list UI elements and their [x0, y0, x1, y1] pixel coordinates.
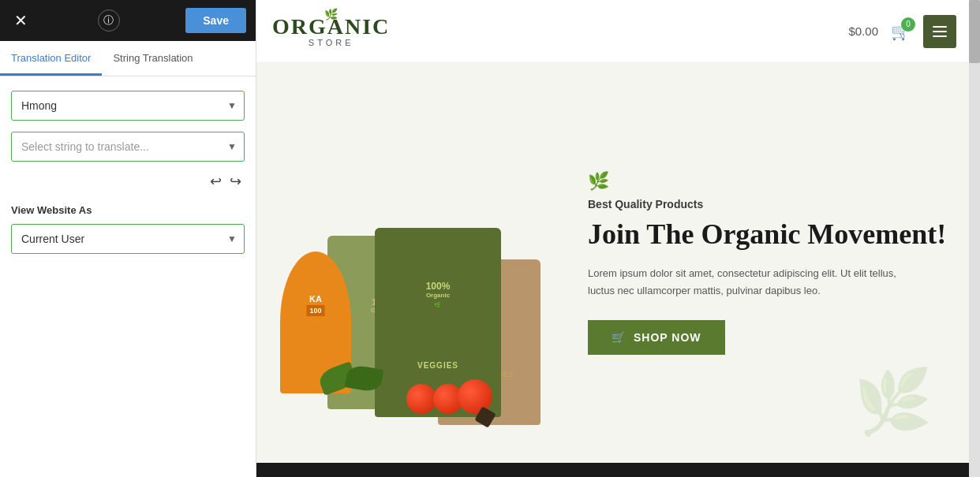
hero-image-area: 100% Organic 100% Organic 🌿 VEGGIES: [272, 94, 572, 433]
string-dropdown-wrap: Select string to translate... ▼: [11, 132, 245, 162]
scrollbar[interactable]: [969, 0, 980, 477]
tomato-1: [406, 384, 436, 414]
menu-line-2: [933, 31, 947, 32]
hero-section: 100% Organic 100% Organic 🌿 VEGGIES: [256, 63, 980, 463]
left-panel: ✕ ⓘ Save Translation Editor String Trans…: [0, 0, 256, 477]
hero-description: Lorem ipsum dolor sit amet, consectetur …: [588, 265, 903, 300]
menu-button[interactable]: [923, 15, 956, 48]
tomatoes: [406, 379, 486, 417]
scrollbar-thumb[interactable]: [969, 0, 980, 63]
view-as-section: View Website As Current UserGuestAdmin ▼: [0, 204, 256, 265]
header-right: $0.00 🛒 0: [848, 15, 956, 48]
logo-store-text: Store: [309, 38, 354, 47]
save-button[interactable]: Save: [185, 8, 246, 33]
hero-leaf-icon: 🌿: [588, 171, 948, 192]
view-as-label: View Website As: [11, 204, 245, 216]
close-button[interactable]: ✕: [9, 9, 32, 32]
hero-title: Join The Organic Movement!: [588, 218, 948, 251]
hero-text-area: 🌿 Best Quality Products Join The Organic…: [572, 171, 948, 356]
undo-redo-bar: ↩ ↪: [11, 173, 245, 190]
redo-button[interactable]: ↪: [230, 173, 241, 190]
top-bar: ✕ ⓘ Save: [0, 0, 256, 41]
footer-dark-bar: [256, 463, 980, 477]
deco-leaf: 🌿: [854, 365, 933, 439]
menu-line-1: [933, 26, 947, 28]
view-as-dropdown-wrap: Current UserGuestAdmin ▼: [11, 224, 245, 254]
cart-badge: 0: [901, 17, 915, 32]
info-button[interactable]: ⓘ: [98, 9, 120, 32]
language-dropdown-wrap: HmongEnglishSpanishFrenchGerman ▼: [11, 91, 245, 121]
panel-content: HmongEnglishSpanishFrenchGerman ▼ Select…: [0, 76, 256, 204]
store-logo: 🌿 Organic Store: [272, 16, 390, 47]
tab-string-translation[interactable]: String Translation: [102, 41, 204, 76]
leaves: [320, 367, 370, 393]
cart-shop-icon: 🛒: [612, 331, 626, 344]
shop-now-button[interactable]: 🛒 Shop Now: [588, 320, 725, 355]
shop-now-label: Shop Now: [634, 331, 701, 344]
store-header: 🌿 Organic Store $0.00 🛒 0: [256, 0, 980, 63]
cart-price: $0.00: [848, 24, 878, 38]
language-select[interactable]: HmongEnglishSpanishFrenchGerman: [11, 91, 245, 121]
preview-wrapper: 🌿 Organic Store $0.00 🛒 0: [256, 0, 980, 477]
bag-veggies-label: VEGGIES: [417, 361, 458, 370]
string-select[interactable]: Select string to translate...: [11, 132, 245, 162]
cart-icon-wrap[interactable]: 🛒 0: [891, 22, 911, 41]
tab-bar: Translation Editor String Translation: [0, 41, 256, 76]
menu-line-3: [933, 35, 947, 37]
product-bag-group: 100% Organic 100% Organic 🌿 VEGGIES: [280, 133, 564, 433]
hero-subtitle: Best Quality Products: [588, 198, 948, 211]
tab-translation-editor[interactable]: Translation Editor: [0, 41, 102, 76]
undo-button[interactable]: ↩: [210, 173, 222, 190]
view-as-select[interactable]: Current UserGuestAdmin: [11, 224, 245, 254]
